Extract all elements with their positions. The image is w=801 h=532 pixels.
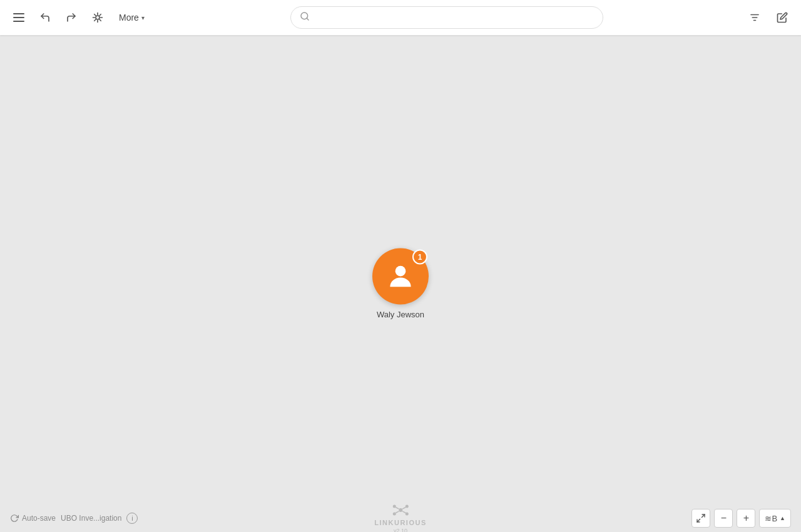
autosave-text: Auto-save [22, 514, 56, 523]
toolbar-left: More ▾ [8, 6, 151, 29]
bottom-right: − + ≋B ▲ [691, 509, 791, 528]
logo-icon [392, 503, 409, 518]
edit-button[interactable] [771, 6, 793, 29]
bottom-center: LINKURIOUS v2.10 [374, 503, 426, 532]
svg-line-20 [402, 511, 406, 513]
more-label: More [119, 13, 139, 23]
zoom-out-button[interactable]: − [714, 509, 733, 528]
svg-line-21 [702, 514, 705, 518]
svg-point-16 [405, 513, 408, 516]
graph-mode-button[interactable]: ≋B ▲ [759, 509, 791, 528]
svg-point-5 [96, 16, 99, 19]
user-node-icon [385, 261, 416, 292]
search-icon [300, 11, 310, 24]
svg-rect-0 [13, 13, 24, 14]
fit-button[interactable] [691, 509, 710, 528]
svg-line-22 [697, 519, 700, 522]
menu-button[interactable] [8, 6, 30, 29]
node-badge: 1 [412, 250, 427, 265]
svg-point-15 [392, 513, 395, 516]
node-circle[interactable]: 1 [372, 248, 429, 305]
svg-point-13 [392, 505, 395, 508]
autosave-icon [10, 514, 19, 523]
more-button[interactable]: More ▾ [113, 9, 151, 26]
highlight-button[interactable] [86, 6, 109, 29]
zoom-minus-icon: − [721, 513, 727, 524]
graph-mode-label: ≋B [765, 514, 777, 523]
node-label: Waly Jewson [377, 310, 424, 319]
filter-button[interactable] [743, 6, 766, 29]
info-button[interactable]: i [126, 513, 138, 524]
graph-canvas[interactable]: 1 Waly Jewson [0, 35, 801, 532]
svg-point-11 [395, 266, 406, 277]
autosave-label: Auto-save [10, 514, 56, 523]
toolbar: More ▾ [0, 0, 801, 35]
svg-line-17 [395, 508, 399, 509]
chevron-up-icon: ▲ [780, 515, 785, 521]
bottom-left: Auto-save UBO Inve...igation i [10, 513, 138, 524]
svg-point-14 [405, 505, 408, 508]
redo-button[interactable] [60, 6, 83, 29]
search-bar [290, 6, 603, 29]
logo-version: v2.10 [394, 528, 407, 532]
svg-line-18 [402, 508, 406, 509]
investigation-label: UBO Inve...igation [61, 514, 121, 523]
svg-line-7 [307, 18, 309, 20]
bottom-bar: Auto-save UBO Inve...igation i LINKURIOU… [0, 504, 801, 532]
toolbar-center [151, 6, 743, 29]
search-input[interactable] [315, 13, 594, 23]
linkurious-logo: LINKURIOUS v2.10 [374, 503, 426, 532]
svg-point-12 [399, 508, 402, 512]
undo-button[interactable] [34, 6, 56, 29]
badge-count: 1 [418, 253, 422, 262]
logo-text: LINKURIOUS [374, 519, 426, 526]
svg-rect-1 [13, 17, 24, 18]
zoom-plus-icon: + [743, 513, 749, 524]
svg-line-19 [395, 511, 399, 513]
svg-rect-2 [13, 21, 24, 22]
zoom-in-button[interactable]: + [737, 509, 755, 528]
toolbar-right [743, 6, 793, 29]
chevron-down-icon: ▾ [141, 14, 145, 21]
node-container: 1 Waly Jewson [372, 248, 429, 319]
